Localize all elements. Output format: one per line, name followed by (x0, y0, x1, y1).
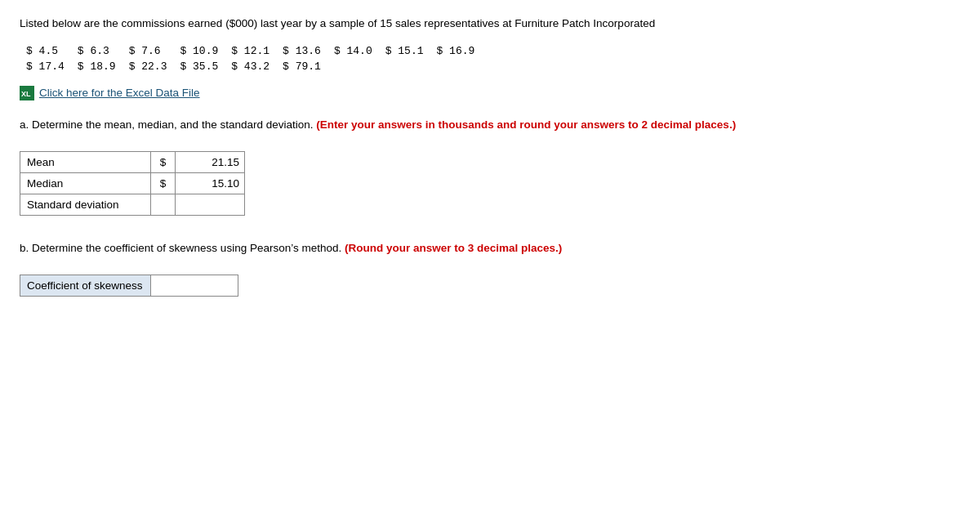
question-b-text: b. Determine the coefficient of skewness… (20, 240, 960, 257)
data-cell: $ 79.1 (276, 59, 327, 74)
data-cell: $ 12.1 (225, 43, 276, 59)
data-cell: $ 43.2 (225, 59, 276, 74)
data-cell: $ 6.3 (71, 43, 122, 59)
skewness-label: Coefficient of skewness (20, 275, 151, 297)
stats-value-cell-1[interactable] (176, 173, 245, 194)
question-b-instruction: (Round your answer to 3 decimal places.) (345, 242, 562, 254)
question-a-prefix: a. Determine the mean, median, and the s… (20, 118, 313, 131)
stats-value-cell-0[interactable] (176, 152, 245, 173)
data-cell: $ 22.3 (122, 59, 174, 74)
data-cell: $ 14.0 (327, 43, 379, 59)
svg-text:XL: XL (21, 90, 31, 98)
stats-input-2[interactable] (182, 199, 239, 211)
stats-label-2: Standard deviation (20, 194, 151, 216)
stats-dollar-2 (151, 194, 176, 216)
stats-row: Median$ (20, 173, 245, 194)
data-row-2: $ 17.4 $ 18.9 $ 22.3 $ 35.5 $ 43.2 $ 79.… (20, 59, 481, 74)
question-a-text: a. Determine the mean, median, and the s… (20, 117, 960, 133)
stats-row: Standard deviation (20, 194, 245, 216)
skewness-input[interactable] (158, 279, 231, 292)
data-cell: $ 17.4 (20, 59, 71, 74)
data-cell: $ 15.1 (379, 43, 430, 59)
data-cell: $ 16.9 (430, 43, 482, 59)
stats-label-1: Median (20, 173, 151, 194)
question-b-prefix: b. Determine the coefficient of skewness… (20, 242, 341, 254)
skewness-table: Coefficient of skewness (20, 275, 238, 297)
data-row-1: $ 4.5 $ 6.3 $ 7.6 $ 10.9 $ 12.1 $ 13.6 $… (20, 43, 481, 59)
stats-dollar-0: $ (151, 152, 176, 173)
stats-value-cell-2[interactable] (176, 194, 245, 216)
stats-row: Mean$ (20, 152, 245, 173)
data-cell: $ 35.5 (173, 59, 225, 74)
stats-input-1[interactable] (182, 177, 239, 190)
excel-icon: XL (20, 86, 34, 100)
data-cell: $ 13.6 (276, 43, 327, 59)
data-cell: $ 7.6 (122, 43, 174, 59)
intro-text: Listed below are the commissions earned … (20, 16, 960, 32)
data-cell: $ 10.9 (173, 43, 225, 59)
question-a-instruction: (Enter your answers in thousands and rou… (316, 118, 736, 131)
stats-dollar-1: $ (151, 173, 176, 194)
data-cell: $ 4.5 (20, 43, 71, 59)
data-cell: $ 18.9 (71, 59, 122, 74)
excel-data-link[interactable]: Click here for the Excel Data File (39, 87, 200, 99)
data-table: $ 4.5 $ 6.3 $ 7.6 $ 10.9 $ 12.1 $ 13.6 $… (20, 43, 481, 74)
stats-answer-table: Mean$Median$Standard deviation (20, 151, 245, 216)
skewness-row: Coefficient of skewness (20, 275, 238, 297)
excel-link-container: XL Click here for the Excel Data File (20, 86, 960, 100)
skewness-value-cell[interactable] (151, 275, 238, 297)
stats-label-0: Mean (20, 152, 151, 173)
stats-input-0[interactable] (182, 156, 239, 168)
